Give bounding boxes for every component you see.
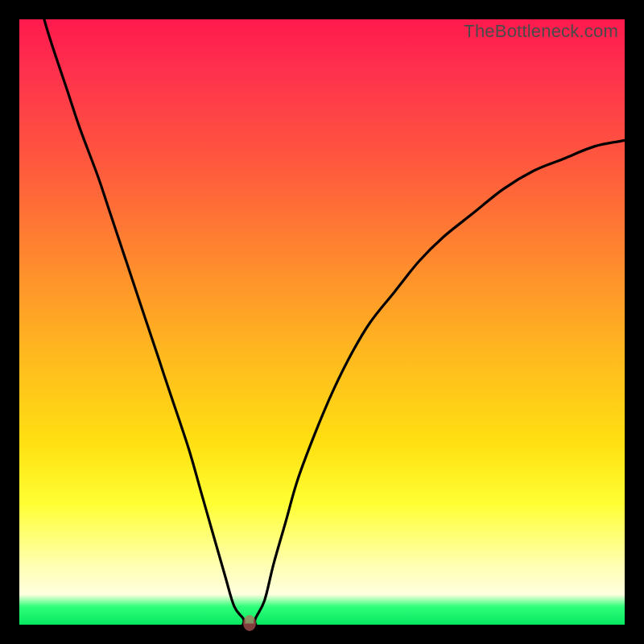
plot-area: TheBottleneck.com bbox=[19, 19, 625, 625]
chart-frame: TheBottleneck.com bbox=[0, 0, 644, 644]
bottleneck-curve bbox=[19, 19, 625, 625]
minimum-marker-dot bbox=[243, 615, 256, 631]
